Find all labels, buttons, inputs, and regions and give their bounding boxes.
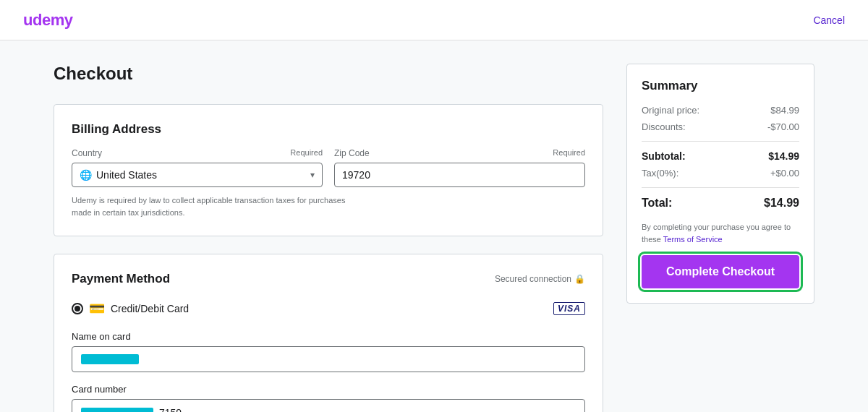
terms-of-service-link[interactable]: Terms of Service xyxy=(663,235,723,244)
page-title: Checkout xyxy=(54,64,603,84)
tax-label: Tax(0%): xyxy=(642,168,678,179)
country-label: Country Required xyxy=(72,148,323,158)
total-row: Total: $14.99 xyxy=(642,197,799,210)
zip-label: Zip Code Required xyxy=(334,148,585,158)
terms-text: By completing your purchase you agree to… xyxy=(642,221,799,245)
card-number-input[interactable]: 7159 xyxy=(72,399,585,412)
tax-row: Tax(0%): +$0.00 xyxy=(642,168,799,179)
total-value: $14.99 xyxy=(764,197,799,210)
billing-section-title: Billing Address xyxy=(72,122,585,137)
original-price-row: Original price: $84.99 xyxy=(642,105,799,116)
complete-checkout-button[interactable]: Complete Checkout xyxy=(642,255,799,288)
discounts-row: Discounts: -$70.00 xyxy=(642,121,799,132)
chevron-down-icon: ▾ xyxy=(310,170,315,180)
summary-title: Summary xyxy=(642,79,799,93)
secured-connection: Secured connection 🔒 xyxy=(495,274,585,284)
subtotal-row: Subtotal: $14.99 xyxy=(642,150,799,162)
zip-input[interactable] xyxy=(334,163,585,187)
original-price-value: $84.99 xyxy=(770,105,799,116)
card-number-group: Card number 7159 xyxy=(72,384,585,412)
name-on-card-label: Name on card xyxy=(72,331,585,342)
logo-demy: demy xyxy=(33,11,72,29)
summary-divider-1 xyxy=(642,141,799,142)
globe-icon: 🌐 xyxy=(80,169,92,181)
summary-box: Summary Original price: $84.99 Discounts… xyxy=(626,64,814,304)
summary-column: Summary Original price: $84.99 Discounts… xyxy=(626,64,814,412)
subtotal-label: Subtotal: xyxy=(642,150,686,162)
billing-section: Billing Address Country Required 🌐 Unite… xyxy=(54,104,603,236)
total-label: Total: xyxy=(642,197,672,210)
tax-value: +$0.00 xyxy=(770,168,799,179)
country-select[interactable]: 🌐 United States ▾ xyxy=(72,163,323,187)
radio-button[interactable] xyxy=(72,303,83,314)
name-on-card-group: Name on card xyxy=(72,331,585,372)
zip-group: Zip Code Required xyxy=(334,148,585,187)
secured-label: Secured connection xyxy=(495,274,571,284)
country-group: Country Required 🌐 United States ▾ xyxy=(72,148,323,187)
country-required: Required xyxy=(290,148,323,158)
main-column: Checkout Billing Address Country Require… xyxy=(54,64,603,412)
discounts-label: Discounts: xyxy=(642,121,686,132)
card-number-suffix: 7159 xyxy=(159,407,182,412)
original-price-label: Original price: xyxy=(642,105,699,116)
header: udemy Cancel xyxy=(0,0,868,40)
name-filled-placeholder xyxy=(81,354,139,364)
logo: udemy xyxy=(23,11,72,30)
credit-debit-label: Credit/Debit Card xyxy=(111,303,548,314)
cancel-link[interactable]: Cancel xyxy=(813,14,845,26)
card-icon: 💳 xyxy=(89,301,105,317)
logo-u: u xyxy=(23,11,33,29)
country-value: United States xyxy=(96,169,310,181)
payment-header: Payment Method Secured connection 🔒 xyxy=(72,272,585,286)
payment-section-title: Payment Method xyxy=(72,272,170,286)
lock-icon: 🔒 xyxy=(574,274,585,284)
page-content: Checkout Billing Address Country Require… xyxy=(36,40,832,412)
payment-method-row: 💳 Credit/Debit Card VISA xyxy=(72,301,585,317)
payment-section: Payment Method Secured connection 🔒 💳 Cr… xyxy=(54,254,603,412)
summary-divider-2 xyxy=(642,187,799,188)
tax-notice: Udemy is required by law to collect appl… xyxy=(72,194,346,218)
radio-inner xyxy=(75,306,80,312)
billing-form-row: Country Required 🌐 United States ▾ Zip C… xyxy=(72,148,585,187)
card-number-label: Card number xyxy=(72,384,585,395)
discounts-value: -$70.00 xyxy=(767,121,799,132)
subtotal-value: $14.99 xyxy=(768,150,799,162)
card-number-placeholder xyxy=(81,408,153,412)
visa-badge: VISA xyxy=(553,302,585,315)
zip-required: Required xyxy=(553,148,585,158)
